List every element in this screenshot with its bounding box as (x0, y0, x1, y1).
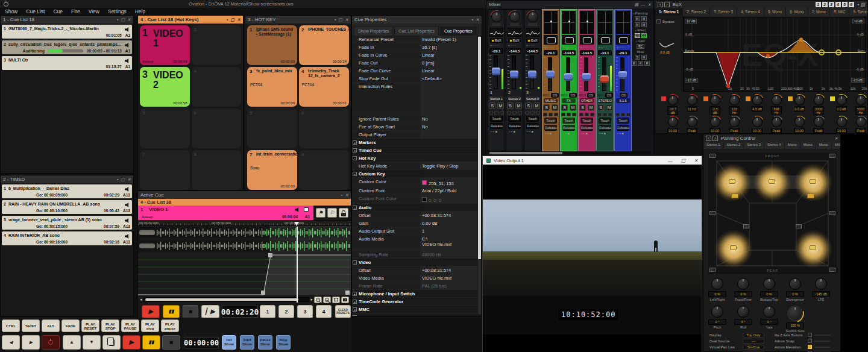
inner-speaker-box[interactable] (796, 224, 802, 228)
move-down-button[interactable]: ▼ (83, 335, 101, 350)
corner-speaker-box[interactable] (709, 154, 715, 158)
close-icon[interactable]: ✕ (345, 17, 348, 22)
strip-controls[interactable]: + − ▫ ▫ (617, 45, 629, 49)
band-color-swatch[interactable] (746, 96, 750, 101)
fader-track[interactable] (584, 57, 588, 91)
hotkey-cell[interactable]: 7 int_train_conversations... Sono 00:02:… (247, 150, 297, 190)
master-m-button[interactable]: M (635, 16, 640, 21)
channel-name[interactable]: STEREO (598, 98, 612, 103)
strip-bottom-icons[interactable]: − ▪ ■ (542, 131, 559, 135)
effect-slot-display[interactable] (562, 35, 576, 45)
channel-name[interactable]: FX (562, 98, 576, 103)
section-toggle-icon[interactable]: - (353, 260, 357, 265)
os-button[interactable]: OS (569, 93, 577, 98)
strip-controls[interactable]: + − ▫ ▫ (526, 43, 539, 47)
automation-buttons[interactable] (615, 113, 631, 116)
pan-xy-pad[interactable] (544, 11, 558, 34)
pan-room-view[interactable]: FRONT REAR (708, 152, 837, 274)
global-pause-button[interactable]: ▮▮ (142, 335, 160, 350)
cue-pause-button[interactable]: ▮▮ (163, 305, 180, 318)
property-row[interactable]: Stop Fade Out <Default> (352, 75, 477, 83)
pin-icon[interactable]: ▪ (472, 17, 473, 22)
property-row[interactable]: Fade Out Curve Linear (352, 67, 477, 75)
property-row[interactable]: Gain 0.00 dB (352, 219, 477, 227)
touch-button[interactable]: Touch (562, 118, 575, 124)
close-icon[interactable]: ✕ (127, 17, 131, 22)
solo-button[interactable]: S (543, 104, 550, 111)
menu-item[interactable]: Cue (53, 8, 63, 14)
band-color-swatch[interactable] (703, 96, 708, 101)
fade-envelope-display[interactable] (138, 253, 351, 296)
band-freq-knob[interactable] (729, 95, 740, 105)
play-mode-button[interactable]: PLAY PAUSE (121, 319, 139, 332)
property-row[interactable]: - Video (352, 259, 477, 266)
maximize-icon[interactable]: ▢ (121, 177, 125, 182)
solo-button[interactable]: S (507, 102, 514, 109)
hotkey-cell[interactable]: 1 VIDEO 1 Asleep 00:06:04 (140, 25, 190, 65)
effect-slot-display[interactable] (616, 35, 630, 45)
cue-row[interactable]: 3orage_tonnere_vent_pluie , stereo AB (1… (2, 216, 132, 230)
solo-button[interactable]: S (525, 102, 532, 109)
section-toggle-icon[interactable]: - (353, 156, 357, 160)
strip-controls[interactable]: + − ▫ ▫ (562, 45, 575, 49)
cue-row[interactable]: 2RAIN - HEAVY RAIN ON UMBRELLA_AB sono G… (2, 200, 132, 214)
automation-buttons[interactable] (506, 111, 523, 115)
play-mode-button[interactable]: PLAY STOP (101, 319, 119, 332)
pin-icon[interactable]: ▪ (335, 17, 336, 22)
property-row[interactable]: + MIDI Command (352, 313, 477, 316)
hotkey-cell[interactable]: 3 VIDEO 2 00:00:58 (140, 67, 190, 107)
eq-channel-tab[interactable]: 3: Stereo 3 (710, 8, 737, 16)
hotkey-cell[interactable]: 6 (192, 108, 242, 148)
panel-titlebar[interactable]: Mixer ▤—✕ (486, 1, 653, 8)
band-freq-knob[interactable] (856, 95, 866, 105)
master-mute-label[interactable]: Mute (637, 50, 644, 54)
pan-channel-tab[interactable]: Stereo 4 (764, 142, 785, 149)
section-toggle-icon[interactable]: - (353, 206, 357, 210)
global-stop-button[interactable]: ■ (162, 335, 180, 350)
panel-titlebar[interactable]: 1 - Cue List 18 ▪▢✕ (1, 16, 133, 24)
eq-mini-display[interactable] (508, 28, 521, 37)
pin-icon[interactable]: ▪ (227, 17, 228, 22)
cue-row[interactable]: 3MULTI Ctr 01:13:27 A1 (2, 56, 132, 70)
touch-button[interactable]: Touch (544, 118, 557, 124)
strip-controls[interactable]: + − ▫ ▫ (599, 45, 611, 49)
nav-right-icon[interactable]: › (664, 2, 670, 7)
hotkey-cell[interactable]: 8 (299, 150, 349, 190)
fader-value[interactable]: -29.1 (489, 48, 503, 54)
balance-knob[interactable] (509, 11, 520, 22)
automation-buttons[interactable] (488, 111, 505, 115)
play-mode-button[interactable]: PLAY pause (161, 319, 179, 332)
section-toggle-icon[interactable]: - (353, 172, 357, 176)
fader-handle[interactable] (600, 75, 609, 83)
pan-channel-tab[interactable]: Mono (785, 142, 800, 149)
channel-name[interactable]: 9.1.6 (616, 98, 630, 103)
scrollbar-thumb[interactable] (489, 152, 562, 154)
fader-value[interactable]: -33.1 (598, 50, 612, 55)
fader-handle[interactable] (546, 71, 555, 78)
maximize-icon[interactable]: ▢ (231, 17, 235, 22)
pan-knob[interactable] (737, 306, 749, 318)
minimize-icon[interactable]: — (668, 158, 673, 163)
panel-titlebar[interactable]: Cue Properties ▪✕ (352, 16, 482, 24)
mixer-channel-strip[interactable]: EqX + − ▫ ▫ -144.5 3 Stereo 3 S M (524, 9, 541, 151)
pan-knob[interactable] (815, 278, 827, 290)
touch-button[interactable]: Touch (617, 118, 629, 124)
os-button[interactable]: OS (605, 93, 613, 98)
collapse-icon[interactable]: ‹ (634, 11, 635, 15)
automation-buttons[interactable] (579, 113, 595, 116)
release-button[interactable]: Release (617, 125, 629, 131)
property-row[interactable]: Fire at Show Start No (352, 123, 477, 131)
show-control-button[interactable]: Start Show (240, 335, 254, 350)
hotkey-cell[interactable]: 2 (192, 25, 242, 65)
strip-bottom-icons[interactable]: − ▪ ■ (506, 129, 523, 133)
eq-preset-button[interactable]: 5 (842, 2, 848, 7)
release-button[interactable]: Release (580, 125, 593, 131)
collapse-icon[interactable]: ‹ (635, 28, 637, 32)
properties-tab[interactable]: Show Properties (354, 27, 393, 36)
strip-controls[interactable]: + − ▫ ▫ (508, 43, 521, 47)
panel-titlebar[interactable]: Active Cue ▪✕ (138, 191, 351, 199)
mixer-channel-strip[interactable]: + − ▫ ▫ -144.5 MG2OS FX S M Touch (560, 9, 577, 151)
hotkey-cell[interactable]: 7 (140, 150, 190, 190)
os-button[interactable]: OS (635, 33, 640, 38)
setting-value[interactable]: Sin/Cos (743, 345, 764, 350)
